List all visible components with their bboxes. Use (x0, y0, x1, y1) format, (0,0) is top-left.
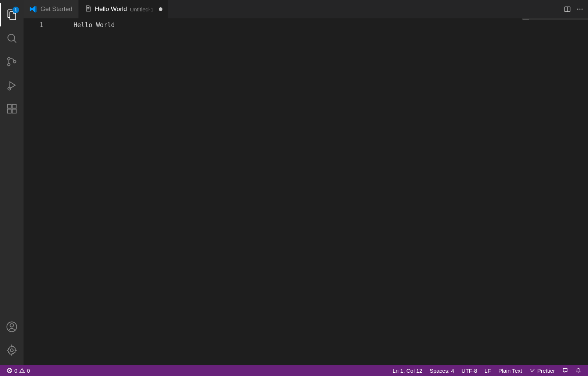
extensions-icon (6, 103, 18, 115)
warning-count: 0 (27, 368, 30, 374)
activity-accounts[interactable] (0, 315, 24, 339)
editor-body[interactable]: 1 Hello World (24, 18, 588, 365)
status-indentation[interactable]: Spaces: 4 (427, 365, 456, 376)
activity-source-control[interactable] (0, 50, 24, 73)
tab-sublabel: Untitled-1 (130, 6, 154, 12)
account-icon (6, 321, 18, 333)
more-actions-icon[interactable] (576, 6, 584, 13)
activity-explorer[interactable]: 1 (0, 3, 24, 26)
tab-label: Hello World (95, 6, 127, 13)
check-icon (530, 368, 535, 373)
vscode-icon (29, 5, 37, 13)
debug-icon (6, 79, 18, 91)
svg-point-19 (580, 9, 581, 10)
svg-rect-7 (7, 109, 11, 113)
status-language-mode[interactable]: Plain Text (496, 365, 524, 376)
tab-untitled[interactable]: Hello World Untitled-1 (79, 0, 169, 18)
document-icon (85, 5, 92, 14)
status-cursor-position[interactable]: Ln 1, Col 12 (390, 365, 424, 376)
status-feedback[interactable] (560, 365, 570, 376)
warning-icon (19, 368, 25, 373)
svg-point-12 (10, 349, 13, 352)
error-icon (7, 368, 12, 373)
svg-point-18 (577, 9, 578, 10)
gear-icon (6, 344, 18, 356)
editor-region: Get Started Hello World Untitled-1 (24, 0, 588, 365)
explorer-badge: 1 (12, 7, 19, 13)
svg-rect-8 (12, 109, 16, 113)
code-content[interactable]: Hello World (52, 18, 522, 365)
svg-line-1 (14, 40, 16, 43)
status-encoding[interactable]: UTF-8 (459, 365, 480, 376)
split-editor-icon[interactable] (564, 6, 571, 13)
svg-point-0 (8, 34, 15, 41)
status-bar: 0 0 Ln 1, Col 12 Spaces: 4 UTF-8 LF Plai… (0, 365, 588, 376)
svg-point-4 (14, 61, 16, 63)
tab-get-started[interactable]: Get Started (24, 0, 79, 18)
bell-icon (576, 368, 581, 373)
status-notifications[interactable] (573, 365, 584, 376)
status-eol[interactable]: LF (482, 365, 493, 376)
activity-settings[interactable] (0, 339, 24, 362)
search-icon (6, 32, 18, 44)
minimap[interactable] (522, 18, 588, 365)
svg-point-3 (8, 64, 10, 66)
activity-extensions[interactable] (0, 97, 24, 120)
svg-point-11 (10, 323, 13, 327)
line-number: 1 (24, 21, 43, 29)
minimap-content (523, 19, 529, 20)
svg-point-25 (22, 372, 22, 372)
svg-point-20 (581, 9, 582, 10)
minimap-slider[interactable] (522, 18, 588, 20)
error-count: 0 (14, 368, 17, 374)
svg-rect-9 (12, 104, 16, 108)
feedback-icon (562, 368, 568, 373)
svg-point-2 (8, 58, 10, 60)
status-problems[interactable]: 0 0 (4, 365, 32, 376)
status-prettier[interactable]: Prettier (527, 365, 557, 376)
dirty-indicator-icon (159, 7, 162, 11)
activity-bar: 1 (0, 0, 24, 365)
activity-run-debug[interactable] (0, 73, 24, 97)
source-control-icon (6, 56, 18, 68)
tab-label: Get Started (40, 6, 72, 13)
svg-rect-6 (7, 104, 11, 108)
tab-bar: Get Started Hello World Untitled-1 (24, 0, 588, 18)
activity-search[interactable] (0, 26, 24, 50)
line-number-gutter: 1 (24, 18, 52, 365)
code-line: Hello World (74, 21, 522, 29)
